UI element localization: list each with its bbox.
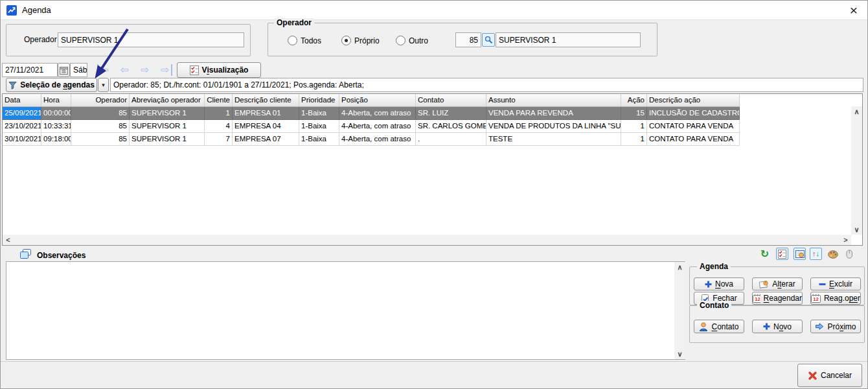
radio-outro-circle[interactable] (396, 36, 405, 45)
observations-textarea[interactable] (6, 261, 685, 360)
column-header-4[interactable]: Cliente (205, 94, 233, 106)
table-cell[interactable]: EMPRESA 04 (233, 120, 299, 133)
nova-button[interactable]: Nova (694, 277, 744, 290)
calendar-hand-toggle-button[interactable] (794, 248, 806, 260)
selecao-dropdown-button[interactable]: ▼ (98, 78, 109, 92)
table-cell[interactable]: VENDA DE PRODUTOS DA LINHA "SUPER" (486, 120, 621, 133)
radio-todos[interactable]: Todos (288, 36, 321, 45)
column-header-0[interactable]: Data (3, 94, 41, 106)
column-header-6[interactable]: Prioridade (299, 94, 339, 106)
column-header-10[interactable]: Ação (621, 94, 647, 106)
table-cell[interactable]: 85 (71, 107, 130, 120)
operator-filter-name-field[interactable]: SUPERVISOR 1 (496, 32, 641, 47)
nav-next-button[interactable]: ⇨ (139, 64, 152, 76)
calendar-icon (60, 66, 68, 75)
table-cell[interactable]: EMPRESA 01 (233, 107, 299, 120)
palette-button[interactable] (827, 248, 839, 260)
operator-code-field[interactable]: 85 (455, 32, 481, 47)
app-icon (6, 5, 17, 16)
table-cell[interactable]: 1-Baixa (299, 120, 339, 133)
scroll-right-arrow[interactable]: > (840, 235, 851, 245)
scroll-up-arrow[interactable]: ∧ (674, 262, 685, 272)
date-input[interactable]: 27/11/2021 (2, 63, 58, 77)
column-header-3[interactable]: Abreviação operador (130, 94, 205, 106)
table-cell[interactable]: EMPRESA 07 (233, 133, 299, 146)
table-cell[interactable]: 30/10/2021 (3, 133, 41, 146)
table-cell[interactable]: 23/10/2021 (3, 120, 41, 133)
nav-last-button[interactable]: ⇨ (159, 64, 172, 76)
title-bar: Agenda × (1, 1, 867, 20)
table-cell[interactable]: 4-Aberta, com atraso (339, 120, 416, 133)
table-cell[interactable]: 25/09/2021 (3, 107, 41, 120)
sort-order-toggle-button[interactable]: ↑↓ (810, 248, 822, 260)
operator-filter-group-title: Operador (274, 18, 314, 27)
table-cell[interactable]: TESTE (486, 133, 621, 146)
table-cell[interactable]: 15 (621, 107, 647, 120)
observations-scrollbar[interactable]: ∧ ∨ (674, 262, 685, 359)
radio-outro[interactable]: Outro (396, 36, 428, 45)
table-cell[interactable]: 7 (205, 133, 233, 146)
cancelar-button[interactable]: Cancelar (797, 364, 862, 387)
table-row[interactable]: 25/09/202100:00:0085SUPERVISOR 11EMPRESA… (3, 107, 740, 120)
operator-search-button[interactable] (482, 33, 495, 47)
radio-todos-circle[interactable] (288, 36, 297, 45)
table-cell[interactable]: . (416, 133, 486, 146)
close-button[interactable]: × (845, 2, 862, 19)
novo-button[interactable]: Novo (752, 320, 803, 333)
scroll-left-arrow[interactable]: < (3, 235, 14, 245)
table-cell[interactable]: SUPERVISOR 1 (130, 133, 205, 146)
radio-proprio-circle[interactable] (341, 36, 351, 45)
selecao-agendas-button[interactable]: Seleção de agendas (6, 78, 97, 92)
table-cell[interactable]: SUPERVISOR 1 (130, 120, 205, 133)
excluir-button[interactable]: Excluir (810, 277, 861, 290)
column-header-11[interactable]: Descrição ação (647, 94, 740, 106)
grid-vertical-scrollbar[interactable]: ∧ ∨ (851, 106, 862, 235)
table-cell[interactable]: SR. LUIZ (416, 107, 486, 120)
column-header-5[interactable]: Descrição cliente (233, 94, 299, 106)
column-header-8[interactable]: Contato (416, 94, 486, 106)
column-header-9[interactable]: Assunto (486, 94, 621, 106)
calendar-picker-button[interactable] (58, 63, 70, 77)
table-cell[interactable]: 1-Baixa (299, 107, 339, 120)
table-cell[interactable]: 09:18:00 (41, 133, 71, 146)
table-cell[interactable]: CONTATO PARA VENDA (647, 133, 740, 146)
table-cell[interactable]: 1-Baixa (299, 133, 339, 146)
reag-oper-button[interactable]: 12 Reag.oper (810, 292, 861, 305)
grid-horizontal-scrollbar[interactable]: < > (3, 235, 851, 245)
table-cell[interactable]: 85 (71, 120, 130, 133)
scroll-down-arrow[interactable]: ∨ (851, 224, 862, 235)
column-header-7[interactable]: Posição (339, 94, 416, 106)
alterar-button[interactable]: Alterar (752, 277, 803, 290)
table-cell[interactable]: 00:00:00 (41, 107, 71, 120)
table-cell[interactable]: INCLUSÃO DE CADASTRO (647, 107, 740, 120)
table-cell[interactable]: 1 (205, 107, 233, 120)
table-cell[interactable]: CONTATO PARA VENDA (647, 120, 740, 133)
column-header-1[interactable]: Hora (41, 94, 71, 106)
table-cell[interactable]: 1 (621, 133, 647, 146)
table-cell[interactable]: VENDA PARA REVENDA (486, 107, 621, 120)
contato-button[interactable]: Contato (694, 320, 744, 333)
table-cell[interactable]: SUPERVISOR 1 (130, 107, 205, 120)
table-cell[interactable]: SR. CARLOS GOMES (416, 120, 486, 133)
table-cell[interactable]: 10:33:31 (41, 120, 71, 133)
operator-name-field[interactable]: SUPERVISOR 1 (58, 32, 244, 47)
scroll-down-arrow[interactable]: ∨ (674, 349, 685, 359)
checklist-toggle-button[interactable] (776, 248, 788, 260)
table-row[interactable]: 23/10/202110:33:3185SUPERVISOR 14EMPRESA… (3, 120, 740, 133)
table-cell[interactable]: 1 (621, 120, 647, 133)
table-cell[interactable]: 4 (205, 120, 233, 133)
proximo-button[interactable]: Próximo (810, 320, 861, 333)
table-cell[interactable]: 85 (71, 133, 130, 146)
nav-previous-button[interactable]: ⇦ (118, 64, 131, 76)
mouse-settings-button[interactable] (843, 248, 855, 260)
refresh-button[interactable]: ↻ (759, 248, 771, 260)
scroll-up-arrow[interactable]: ∧ (851, 106, 862, 117)
reagendar-button[interactable]: 12 Reagendar (752, 292, 803, 305)
nav-first-button[interactable]: ⇦ (97, 64, 110, 76)
radio-proprio[interactable]: Próprio (341, 36, 380, 45)
table-cell[interactable]: 4-Aberta, com atraso (339, 107, 416, 120)
table-cell[interactable]: 4-Aberta, com atraso (339, 133, 416, 146)
column-header-2[interactable]: Operador (71, 94, 130, 106)
visualizacao-button[interactable]: Visualização (177, 62, 261, 78)
table-row[interactable]: 30/10/202109:18:0085SUPERVISOR 17EMPRESA… (3, 133, 740, 146)
